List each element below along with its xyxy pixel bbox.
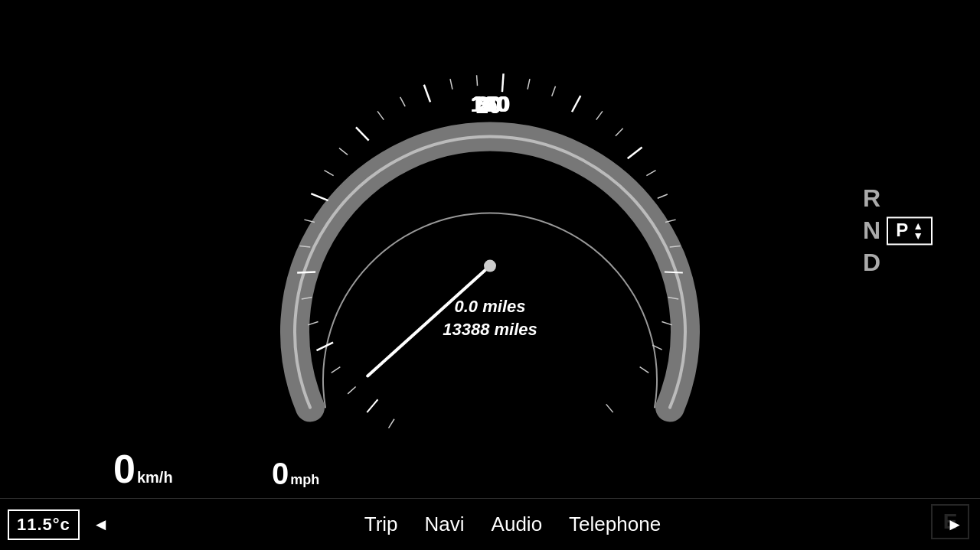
speed-kmh-display: 0 km/h [113, 449, 173, 489]
nav-items: Trip Navi Audio Telephone [119, 513, 938, 536]
speed-mph-unit: mph [290, 472, 319, 488]
nav-item-audio[interactable]: Audio [492, 513, 543, 536]
svg-line-37 [665, 272, 683, 272]
svg-line-14 [339, 148, 348, 155]
speedometer-dial: 20 40 60 80 100 [253, 28, 727, 503]
temperature-value: 11.5°c [17, 515, 70, 534]
svg-line-22 [477, 75, 478, 86]
svg-line-11 [311, 194, 328, 200]
nav-right-arrow[interactable]: ► [946, 515, 963, 535]
nav-item-navi[interactable]: Navi [425, 513, 465, 536]
bottom-nav-bar: 11.5°c ◄ Trip Navi Audio Telephone ► [0, 498, 980, 550]
temperature-display: 11.5°c [8, 509, 80, 540]
svg-line-15 [356, 127, 369, 140]
gear-R: R [863, 185, 880, 212]
svg-line-29 [596, 111, 603, 119]
svg-line-23 [502, 73, 504, 92]
svg-line-27 [572, 96, 580, 112]
svg-text:160: 160 [472, 91, 511, 116]
svg-line-21 [450, 79, 452, 89]
svg-line-26 [552, 86, 556, 96]
svg-line-19 [424, 84, 430, 102]
svg-line-0 [367, 399, 377, 412]
dashboard: 20 40 60 80 100 [0, 0, 980, 550]
svg-point-45 [484, 259, 496, 272]
svg-line-2 [332, 366, 341, 373]
nav-left-arrow[interactable]: ◄ [93, 515, 109, 535]
gear-N: N [863, 217, 880, 244]
gear-P-box: P ▲ ▼ [887, 217, 933, 246]
speed-mph-value: 0 [272, 458, 289, 489]
svg-line-30 [616, 128, 623, 135]
svg-text:0.0 miles: 0.0 miles [455, 296, 526, 315]
svg-line-13 [324, 170, 333, 175]
svg-line-31 [628, 147, 642, 158]
svg-line-34 [658, 194, 668, 197]
gear-N-P-row: N P ▲ ▼ [863, 217, 933, 246]
svg-line-1 [348, 386, 355, 393]
svg-line-7 [297, 272, 315, 272]
svg-line-41 [640, 366, 649, 373]
svg-line-33 [646, 170, 655, 175]
gear-D: D [863, 249, 880, 276]
svg-line-3 [317, 342, 334, 350]
speed-mph-display: 0 mph [272, 458, 319, 489]
svg-line-43 [389, 418, 394, 428]
speed-kmh-unit: km/h [137, 469, 173, 487]
svg-line-25 [528, 79, 530, 89]
svg-line-42 [606, 404, 613, 412]
nav-item-telephone[interactable]: Telephone [569, 513, 661, 536]
svg-line-18 [400, 96, 406, 106]
gear-P-label: P [896, 220, 908, 242]
svg-line-17 [377, 111, 384, 119]
nav-item-trip[interactable]: Trip [364, 513, 398, 536]
speed-kmh-value: 0 [113, 449, 136, 489]
gear-updown-arrows: ▲ ▼ [913, 221, 923, 240]
svg-text:13388 miles: 13388 miles [443, 319, 537, 338]
gear-indicator: R N P ▲ ▼ D [863, 185, 933, 276]
